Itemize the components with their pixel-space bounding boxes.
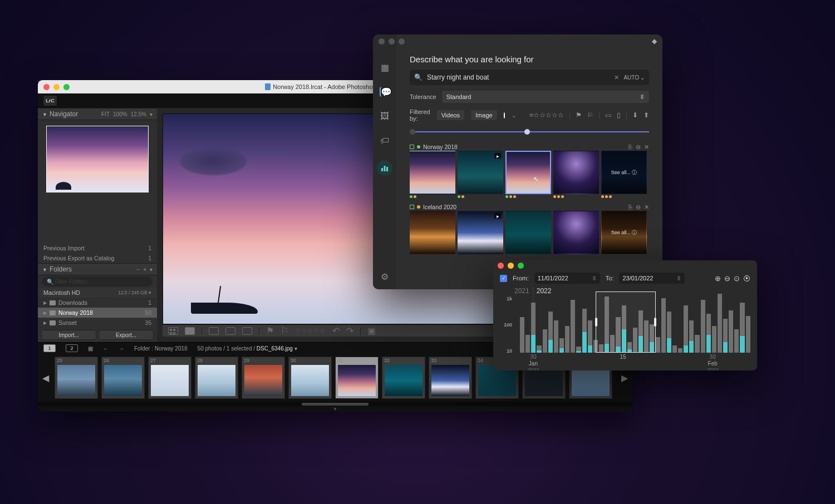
histogram-bar[interactable] — [554, 320, 558, 353]
previous-import-row[interactable]: Previous Import1 — [38, 243, 157, 253]
histogram-bar[interactable] — [661, 298, 666, 353]
search-input[interactable]: 🔍 ✕ AUTO⌄ — [410, 70, 649, 85]
histogram-bar[interactable] — [537, 345, 541, 353]
histogram-bar[interactable] — [667, 312, 671, 353]
histogram-bar[interactable] — [582, 309, 587, 353]
histogram-bar[interactable] — [525, 335, 530, 353]
range-handle-left[interactable] — [595, 318, 597, 327]
chat-icon[interactable]: 💬 — [380, 87, 390, 97]
grid-size-icon[interactable]: ▦ — [88, 345, 93, 352]
filmstrip-tab-1[interactable]: 1 — [43, 344, 56, 352]
folder-row[interactable]: ▶Downloads1 — [38, 298, 157, 308]
result-thumb[interactable] — [553, 151, 599, 199]
search-titlebar[interactable]: ◆ — [373, 34, 662, 48]
histogram-bar[interactable] — [740, 303, 744, 353]
folders-header[interactable]: ▼Folders −+▾ — [38, 263, 157, 275]
unflag-icon[interactable]: ⚐ — [587, 111, 593, 119]
timeline-chart[interactable]: 20212022 1k10010 30Jan20221530Feb2022 — [493, 286, 757, 370]
minus-icon[interactable]: − — [136, 266, 140, 273]
histogram-bar[interactable] — [576, 347, 581, 353]
timeline-titlebar[interactable] — [493, 260, 757, 270]
histogram-bar[interactable] — [723, 319, 728, 353]
compare-icon[interactable] — [209, 327, 219, 335]
minimize-icon[interactable] — [389, 38, 395, 45]
gear-icon[interactable]: ⚙ — [380, 271, 390, 281]
filmstrip-thumb[interactable]: 29 — [242, 357, 285, 399]
filmstrip-thumb[interactable]: 27 — [148, 357, 191, 399]
rating-stars[interactable]: ☆☆☆☆☆ — [295, 327, 326, 334]
collapse-filmstrip-icon[interactable]: ▼ — [38, 406, 632, 412]
people-icon[interactable] — [242, 327, 252, 335]
see-all-button[interactable]: See all... ⓘ — [602, 211, 646, 254]
rotate-right-icon[interactable]: ↷ — [346, 325, 353, 336]
close-group-icon[interactable]: ✕ — [644, 144, 649, 151]
export-button[interactable]: Export... — [99, 330, 154, 340]
histogram-bar[interactable] — [689, 320, 694, 353]
aspect-v-icon[interactable]: ▯ — [617, 111, 621, 119]
zoom-12p5[interactable]: 12.5% — [131, 111, 146, 117]
color-filter-white[interactable] — [504, 112, 505, 118]
result-thumb[interactable]: ▶ — [458, 211, 503, 259]
histogram-bar[interactable] — [548, 312, 553, 353]
result-thumb[interactable] — [410, 211, 455, 259]
auto-toggle[interactable]: AUTO⌄ — [623, 75, 645, 81]
navigator-header[interactable]: ▼Navigator FIT 100% 12.5% ▾ — [38, 108, 157, 120]
folder-row[interactable]: ▶Sunset35 — [38, 318, 157, 328]
filmstrip-thumb[interactable]: 31 — [335, 357, 379, 399]
images-icon[interactable]: 🖼 — [380, 111, 390, 121]
see-all-button[interactable]: See all... ⓘ — [602, 151, 646, 194]
aspect-h-icon[interactable]: ▭ — [605, 111, 611, 119]
selection-range[interactable] — [596, 291, 656, 353]
to-date-input[interactable]: 23/01/2022⇳ — [619, 273, 685, 284]
histogram-bar[interactable] — [588, 320, 592, 353]
select-group-checkbox[interactable] — [410, 145, 414, 149]
tolerance-slider[interactable] — [410, 129, 649, 135]
import-icon[interactable]: ⬇ — [632, 111, 638, 119]
flag-icon[interactable]: ⚑ — [576, 111, 582, 119]
from-date-input[interactable]: 11/01/2022⇳ — [534, 273, 600, 284]
result-thumb[interactable] — [553, 211, 599, 259]
chevron-down-icon[interactable]: ▾ — [150, 111, 153, 117]
filmstrip-thumb[interactable]: 26 — [101, 357, 145, 399]
filmstrip-thumb[interactable]: 32 — [382, 357, 425, 399]
close-icon[interactable] — [379, 38, 385, 45]
close-group-icon[interactable]: ✕ — [644, 204, 649, 211]
histogram-bar[interactable] — [712, 326, 716, 353]
histogram-bar[interactable] — [718, 294, 722, 353]
histogram-bar[interactable] — [734, 329, 739, 353]
link-icon[interactable]: ⎘ — [628, 204, 632, 211]
zoom-out-icon[interactable]: ⊖ — [724, 274, 730, 283]
folder-filter-input[interactable]: 🔍 Filter Folders — [42, 276, 153, 286]
results-group-header[interactable]: Norway 2018⎘⊖✕ — [410, 143, 649, 151]
zoom-100[interactable]: 100% — [113, 111, 127, 117]
histogram-bar[interactable] — [701, 300, 705, 353]
maximize-icon[interactable] — [399, 38, 405, 45]
histogram-bar[interactable] — [520, 317, 524, 353]
folder-row[interactable]: ▶Norway 201850 — [38, 308, 157, 318]
tag-icon[interactable]: 🏷 — [380, 136, 390, 146]
rotate-left-icon[interactable]: ↶ — [332, 325, 340, 336]
filmstrip-thumb[interactable]: 33 — [429, 357, 472, 399]
range-handle-right[interactable] — [654, 318, 656, 327]
collapse-icon[interactable]: ⊖ — [636, 144, 641, 151]
loupe-view-icon[interactable] — [185, 327, 195, 335]
date-enable-checkbox[interactable]: ✓ — [500, 275, 507, 282]
result-thumb[interactable] — [505, 211, 551, 259]
filmstrip-prev-icon[interactable]: ◀ — [42, 373, 49, 383]
zoom-fit-icon[interactable]: ⊙ — [734, 274, 740, 283]
results-group-header[interactable]: Iceland 2020⎘⊖✕ — [410, 203, 649, 211]
chevron-down-icon[interactable]: ▾ — [150, 266, 153, 273]
fit-toggle[interactable]: FIT — [101, 111, 110, 117]
filmstrip-thumb[interactable]: 30 — [288, 357, 332, 399]
result-thumb[interactable]: ▶ — [458, 151, 503, 199]
maximize-icon[interactable] — [518, 263, 524, 269]
result-thumb[interactable] — [410, 151, 455, 199]
histogram-bar[interactable] — [565, 326, 569, 353]
filmstrip-tab-2[interactable]: 2 — [66, 344, 78, 352]
zoom-reset-icon[interactable]: ⦿ — [743, 274, 750, 283]
histogram-bar[interactable] — [559, 338, 564, 353]
result-thumb[interactable]: See all... ⓘ — [601, 151, 647, 199]
chevron-down-icon[interactable]: ▾ — [294, 345, 297, 352]
histogram-bar[interactable] — [746, 316, 750, 353]
histogram-bar[interactable] — [655, 337, 660, 353]
